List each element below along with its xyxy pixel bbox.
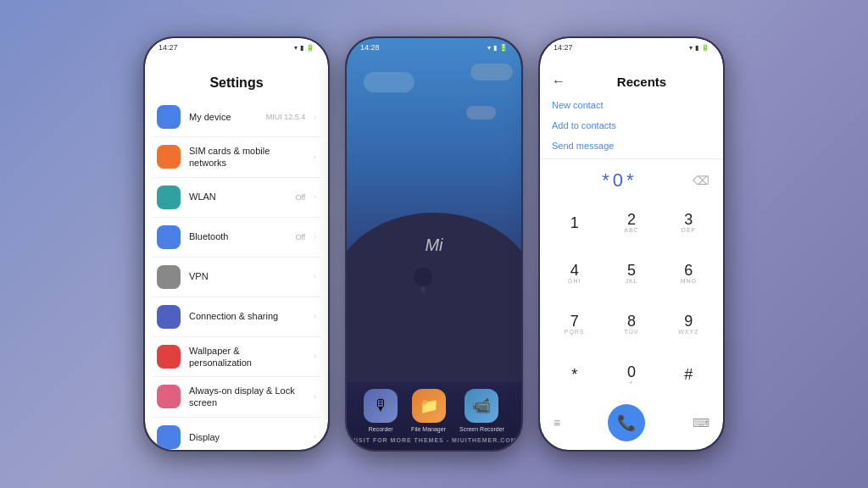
key-#[interactable]: # [661, 350, 716, 399]
settings-item-icon [157, 265, 181, 289]
app-icon: 📁 [412, 389, 446, 423]
key-letters: TUV [624, 329, 638, 335]
status-bar-right: 14:27 ▾ ▮ 🔋 [540, 38, 723, 55]
settings-item-label: Always-on display & Lock screen [189, 385, 297, 409]
signal-icon-mid: ▮ [493, 44, 497, 52]
key-digit: 1 [570, 215, 579, 230]
dialer-display: *0* ⌫ [540, 163, 723, 198]
wifi-icon-mid: ▾ [487, 44, 491, 52]
key-digit: 8 [627, 313, 636, 329]
key-1[interactable]: 1 [547, 198, 602, 247]
settings-item-label: My device [189, 111, 258, 123]
settings-item-value: Off [295, 233, 305, 241]
settings-item-icon [157, 105, 181, 129]
settings-screen: 14:27 ▾ ▮ 🔋 Settings My deviceMIUI 12.5.… [145, 38, 328, 450]
recents-actions: New contactAdd to contactsSend message [540, 92, 723, 159]
key-digit: 0 [627, 364, 636, 380]
key-digit: 3 [684, 212, 693, 227]
settings-item-label: WLAN [189, 191, 287, 202]
settings-item-icon [157, 425, 181, 449]
settings-item[interactable]: SIM cards & mobile networks› [152, 137, 321, 178]
app-item[interactable]: 🎙Recorder [364, 389, 398, 433]
key-digit: 4 [570, 263, 579, 278]
home-screen: 14:28 ▾ ▮ 🔋 Mi 🎙Recorder📁File Manager📹Sc… [347, 38, 521, 450]
phone-middle: 14:28 ▾ ▮ 🔋 Mi 🎙Recorder📁File Manager📹Sc… [345, 36, 523, 452]
settings-item[interactable]: Display› [152, 418, 321, 450]
recents-action-link[interactable]: Send message [552, 136, 711, 155]
tree-top [414, 268, 432, 286]
key-letters: + [629, 380, 633, 385]
settings-item-value: MIUI 12.5.4 [266, 113, 306, 121]
settings-item[interactable]: Always-on display & Lock screen› [152, 377, 321, 418]
wifi-icon-r: ▾ [689, 44, 693, 52]
app-dock: 🎙Recorder📁File Manager📹Screen Recorder [347, 389, 521, 433]
settings-item-arrow: › [314, 233, 316, 241]
settings-item[interactable]: Connection & sharing› [152, 297, 321, 337]
key-2[interactable]: 2ABC [604, 198, 659, 247]
settings-item-label: Wallpaper & personalization [189, 345, 297, 369]
settings-item-arrow: › [314, 393, 316, 401]
status-bar-middle: 14:28 ▾ ▮ 🔋 [347, 38, 521, 55]
settings-item[interactable]: WLANOff› [152, 178, 321, 218]
settings-item-label: Bluetooth [189, 230, 287, 242]
app-label: Screen Recorder [459, 426, 504, 433]
app-item[interactable]: 📁File Manager [411, 389, 446, 433]
recents-action-link[interactable]: New contact [552, 96, 711, 114]
settings-item-arrow: › [314, 153, 316, 161]
settings-item[interactable]: BluetoothOff› [152, 218, 321, 258]
status-icons-right: ▾ ▮ 🔋 [689, 44, 709, 52]
key-digit: * [571, 367, 577, 382]
keypad-icon[interactable]: ⌨ [693, 416, 709, 430]
settings-list: My deviceMIUI 12.5.4›SIM cards & mobile … [145, 97, 328, 450]
battery-icon-mid: 🔋 [499, 44, 508, 52]
recents-title: Recents [572, 75, 711, 89]
settings-item-label: SIM cards & mobile networks [189, 145, 297, 169]
settings-item[interactable]: Wallpaper & personalization› [152, 337, 321, 378]
settings-item[interactable]: My deviceMIUI 12.5.4› [152, 97, 321, 137]
settings-item-arrow: › [314, 352, 316, 360]
key-letters: DEF [682, 227, 696, 233]
dialer-bottom: ≡ 📞 ⌨ [540, 399, 723, 450]
key-digit: 6 [684, 263, 693, 278]
key-digit: # [684, 367, 693, 382]
settings-item-arrow: › [314, 313, 316, 320]
settings-item-value: Off [295, 193, 305, 202]
settings-item-icon [157, 385, 181, 408]
signal-icon-r: ▮ [695, 44, 698, 52]
key-5[interactable]: 5JKL [604, 249, 659, 298]
status-icons-middle: ▾ ▮ 🔋 [487, 44, 508, 52]
settings-item-label: VPN [189, 270, 297, 282]
key-3[interactable]: 3DEF [661, 198, 716, 247]
back-icon[interactable]: ← [552, 74, 565, 89]
recents-action-link[interactable]: Add to contacts [552, 116, 711, 135]
menu-icon[interactable]: ≡ [554, 416, 560, 430]
call-button[interactable]: 📞 [608, 404, 645, 441]
wifi-icon: ▾ [294, 44, 298, 52]
key-4[interactable]: 4GHI [547, 249, 602, 298]
time-middle: 14:28 [360, 43, 380, 52]
app-item[interactable]: 📹Screen Recorder [459, 389, 504, 433]
tree [410, 268, 436, 293]
key-letters: MNO [681, 278, 697, 284]
cloud-1 [364, 72, 415, 92]
settings-item[interactable]: VPN› [152, 258, 321, 297]
settings-item-icon [157, 145, 181, 169]
dialer-number: *0* [554, 169, 686, 191]
battery-icon-r: 🔋 [701, 44, 709, 52]
key-6[interactable]: 6MNO [661, 249, 716, 298]
key-digit: 5 [627, 263, 636, 278]
settings-item-label: Connection & sharing [189, 310, 297, 322]
key-0[interactable]: 0+ [604, 350, 659, 399]
key-7[interactable]: 7PQRS [547, 300, 602, 349]
key-9[interactable]: 9WXYZ [661, 300, 716, 349]
backspace-icon[interactable]: ⌫ [693, 174, 709, 187]
status-icons-left: ▾ ▮ 🔋 [294, 44, 314, 52]
settings-item-icon [157, 186, 181, 209]
time-right: 14:27 [554, 43, 573, 52]
settings-item-arrow: › [314, 273, 316, 280]
key-8[interactable]: 8TUV [604, 300, 659, 349]
phone-left: 14:27 ▾ ▮ 🔋 Settings My deviceMIUI 12.5.… [143, 36, 330, 452]
key-*[interactable]: * [547, 350, 602, 399]
key-letters: ABC [624, 227, 638, 233]
mi-brand: Mi [425, 236, 442, 255]
